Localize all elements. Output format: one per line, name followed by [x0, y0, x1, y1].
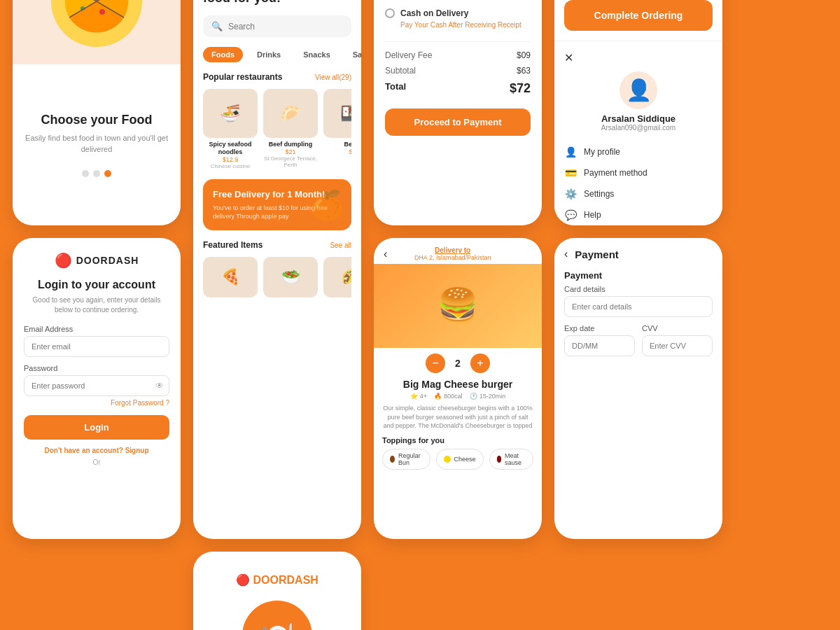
subtotal-label: Subtotal	[385, 66, 416, 76]
pagination-dots	[82, 170, 111, 177]
tab-snacks[interactable]: Snacks	[295, 47, 339, 62]
delivery-fee-label: Delivery Fee	[385, 50, 432, 60]
item-meta: ⭐ 4+ 🔥 800cal 🕐 15-20min	[374, 393, 542, 400]
qty-increase-btn[interactable]: +	[470, 354, 490, 373]
food-header-image	[13, 0, 181, 64]
complete-order-section: Complete Ordering	[554, 0, 722, 41]
toppings-label: Toppings for you	[374, 436, 542, 444]
qty-decrease-btn[interactable]: −	[426, 354, 445, 373]
choose-food-subtitle: Easily find best food in town and you'll…	[24, 133, 169, 155]
promo-banner[interactable]: Free Delivery for 1 Month! You've to ord…	[203, 179, 351, 230]
cod-radio-btn[interactable]	[385, 8, 395, 18]
payment-icon: 💳	[564, 167, 577, 178]
dot-1	[82, 170, 89, 177]
price-divider	[385, 41, 531, 42]
delivery-to-small: Delivery to DHA 2, Islamabad/Pakistan	[414, 246, 491, 261]
topping-regular-bun[interactable]: Regular Bun	[382, 449, 430, 470]
topping-dot-meat	[497, 456, 501, 463]
dot-2	[93, 170, 100, 177]
menu-settings[interactable]: ⚙️ Settings	[564, 183, 713, 204]
doordash-brand-name: DOORDASH	[76, 255, 139, 266]
total-value: $72	[510, 81, 531, 96]
menu-my-profile[interactable]: 👤 My profile	[564, 141, 713, 162]
burger-image: 🍔	[374, 264, 542, 348]
complete-ordering-btn[interactable]: Complete Ordering	[564, 0, 713, 31]
card-details-label: Card details	[564, 285, 713, 293]
close-profile-btn[interactable]: ✕	[564, 51, 573, 64]
forgot-password-link[interactable]: Forgot Password ?	[111, 399, 169, 407]
restaurant-name-3: Be...	[323, 141, 351, 148]
featured-item-1[interactable]: 🍕	[203, 257, 258, 298]
password-input[interactable]	[24, 375, 169, 396]
email-label: Email Address	[24, 325, 169, 333]
featured-item-3[interactable]: 🌮	[323, 257, 351, 298]
payment-form-subtitle: Payment	[564, 270, 713, 281]
tab-foods[interactable]: Foods	[203, 47, 243, 62]
restaurants-row: 🍜 Spicy seafood noodles $12.9 Chinese cu…	[203, 89, 351, 169]
payment-form-screen: ‹ Payment Payment Card details Exp date …	[554, 238, 722, 539]
tab-drinks[interactable]: Drinks	[248, 47, 289, 62]
item-calories: 🔥 800cal	[434, 393, 463, 400]
menu-help[interactable]: 💬 Help	[564, 204, 713, 225]
restaurant-card-2[interactable]: 🥟 Beef dumpling $21 St Georgece Terrace,…	[263, 89, 318, 169]
featured-item-2[interactable]: 🥗	[263, 257, 318, 298]
see-all-link[interactable]: See all	[330, 241, 351, 249]
exp-date-input[interactable]	[564, 335, 635, 356]
restaurant-image-2: 🥟	[263, 89, 318, 138]
dot-3	[104, 170, 111, 177]
item-time: 🕐 15-20min	[470, 393, 506, 400]
card-details-group: Card details	[564, 285, 713, 317]
view-all-link[interactable]: View all(29)	[315, 74, 351, 81]
payment-screen: Payment + PP Cash on Delivery Pay	[374, 0, 542, 225]
tab-sauce[interactable]: Sauce	[344, 47, 361, 62]
profile-menu-section: ✕ 👤 Arsalan Siddique Arsalan090@gmail.co…	[554, 41, 722, 225]
restaurant-location-2: St Georgece Terrace, Perth	[263, 155, 318, 169]
no-account-text: Don't have an account? Signup	[44, 447, 148, 454]
restaurant-card-1[interactable]: 🍜 Spicy seafood noodles $12.9 Chinese cu…	[203, 89, 258, 169]
restaurant-price-2: $21	[263, 148, 318, 155]
email-input[interactable]	[24, 336, 169, 357]
featured-section-header: Featured Items See all	[203, 240, 351, 250]
dt-label: Delivery to	[414, 246, 491, 254]
payment-form-title: Payment	[575, 248, 619, 260]
profile-email: Arsalan090@gmail.com	[601, 124, 676, 132]
item-detail-header: ‹ Delivery to DHA 2, Islamabad/Pakistan	[374, 238, 542, 264]
qty-value: 2	[455, 358, 461, 369]
settings-icon: ⚙️	[564, 188, 577, 200]
card-details-input[interactable]	[564, 296, 713, 317]
exp-date-group: Exp date	[564, 324, 635, 356]
password-label: Password	[24, 364, 169, 372]
splash-brand-name: 🔴 DOORDASH	[236, 573, 318, 587]
item-detail-screen: ‹ Delivery to DHA 2, Islamabad/Pakistan …	[374, 238, 542, 539]
menu-payment-method[interactable]: 💳 Payment method	[564, 162, 713, 183]
cvv-group: CVV	[642, 324, 713, 356]
total-row: Total $72	[385, 81, 531, 96]
profile-name: Arsalan Siddique	[601, 113, 676, 124]
topping-dot-cheese	[444, 456, 451, 463]
restaurant-price-3: $	[323, 148, 351, 155]
doordash-icon: 🔴	[55, 252, 72, 269]
cash-on-delivery-option[interactable]: Cash on Delivery	[385, 8, 531, 18]
back-button[interactable]: ‹	[384, 248, 387, 260]
password-field-wrap: 👁	[24, 375, 169, 396]
topping-dot-bun	[390, 456, 395, 463]
payment-back-btn[interactable]: ‹	[564, 248, 568, 260]
restaurant-name-2: Beef dumpling	[263, 141, 318, 148]
doordash-splash-screen: 🔴 DOORDASH 🍽️	[193, 552, 361, 630]
proceed-to-payment-btn[interactable]: Proceed to Payment	[385, 108, 531, 136]
toggle-password-icon[interactable]: 👁	[155, 381, 164, 391]
cod-subtitle: Pay Your Cash After Receiving Receipt	[400, 21, 531, 29]
my-profile-label: My profile	[584, 147, 620, 157]
restaurant-cuisine-1: Chinese cuisine	[203, 163, 258, 170]
cvv-input[interactable]	[642, 335, 713, 356]
or-divider: Or	[92, 458, 100, 466]
restaurant-card-3[interactable]: 🍱 Be... $	[323, 89, 351, 169]
choose-food-title: Choose your Food	[41, 113, 153, 127]
login-title: Login to your account	[38, 279, 155, 291]
search-bar[interactable]: 🔍	[203, 15, 351, 37]
login-button[interactable]: Login	[24, 415, 169, 440]
topping-meat-sauce[interactable]: Meat sause	[489, 449, 533, 470]
search-input[interactable]	[228, 22, 343, 31]
signup-link[interactable]: Signup	[125, 447, 149, 454]
topping-cheese[interactable]: Cheese	[436, 449, 484, 470]
